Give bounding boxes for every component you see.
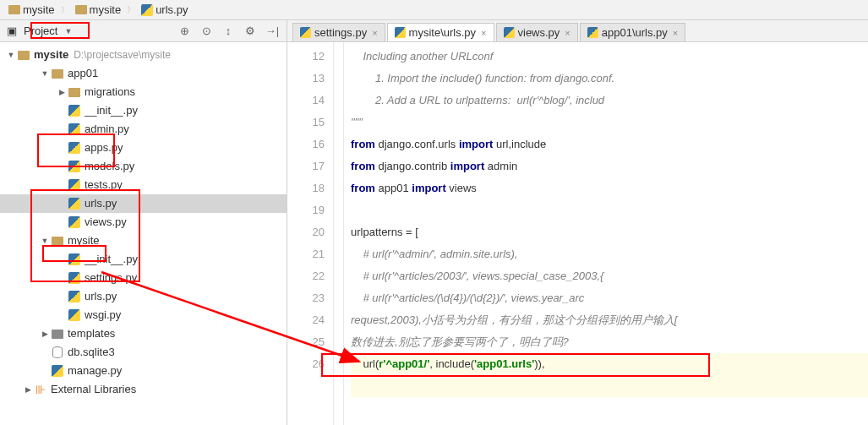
close-icon[interactable]: × <box>481 28 486 38</box>
editor-tab[interactable]: settings.py× <box>292 23 385 41</box>
tree-item-label: db.sqlite3 <box>68 343 115 362</box>
code-line[interactable]: url(r'^app01/', include('app01.urls')), <box>351 353 868 375</box>
crumb-0[interactable]: mysite <box>5 3 58 17</box>
tree-item[interactable]: admin.py <box>0 120 287 139</box>
library-icon <box>34 384 47 395</box>
tree-item-label: views.py <box>85 213 127 232</box>
collapse-icon[interactable]: ⊕ <box>177 24 192 39</box>
tree-item[interactable]: __init__.py <box>0 250 287 269</box>
tree-item[interactable]: urls.py <box>0 287 287 306</box>
chevron-down-icon[interactable]: ▼ <box>5 46 17 64</box>
editor-tab[interactable]: mysite\urls.py× <box>387 23 494 41</box>
line-number: 12 <box>287 46 325 68</box>
folder-icon <box>51 328 64 340</box>
chevron-right-icon[interactable]: ▶ <box>22 380 34 399</box>
line-number: 20 <box>287 221 325 243</box>
code-line[interactable]: 2. Add a URL to urlpatterns: url(r'^blog… <box>351 90 868 112</box>
tree-item[interactable]: ▼app01 <box>0 64 287 83</box>
tree-item[interactable]: tests.py <box>0 176 287 194</box>
tree-item-label: settings.py <box>85 269 137 287</box>
line-number: 14 <box>287 90 325 112</box>
tree-item[interactable]: db.sqlite3 <box>0 343 287 362</box>
database-icon <box>51 346 64 358</box>
tree-item[interactable]: ▶templates <box>0 324 287 343</box>
code-line[interactable]: # url(r'^articles/2003/', views.special_… <box>351 265 868 287</box>
tree-item[interactable]: ▶migrations <box>0 83 287 101</box>
breadcrumb: mysite 〉 mysite 〉 urls.py <box>0 0 868 20</box>
code-line[interactable]: from app01 import views <box>351 177 868 199</box>
tree-item-label: wsgi.py <box>85 306 121 324</box>
editor-tabs: settings.py×mysite\urls.py×views.py×app0… <box>287 20 868 42</box>
code-line[interactable]: 1. Import the include() function: from d… <box>351 68 868 90</box>
tree-item[interactable]: ▼mysite <box>0 232 287 250</box>
code-line[interactable] <box>351 199 868 221</box>
autoscroll-icon[interactable]: ↕ <box>221 24 236 39</box>
code-content[interactable]: Including another URLconf 1. Import the … <box>344 42 868 425</box>
tree-item[interactable]: wsgi.py <box>0 306 287 324</box>
project-tree[interactable]: ▼ mysite D:\projectsave\mysite ▼app01▶mi… <box>0 42 287 425</box>
tab-label: mysite\urls.py <box>409 26 476 39</box>
line-number: 13 <box>287 68 325 90</box>
editor-tab[interactable]: app01\urls.py× <box>580 23 686 41</box>
code-line[interactable]: # url(r'^articles/(\d{4})/(\d{2})/', vie… <box>351 287 868 309</box>
chevron-down-icon[interactable]: ▼ <box>64 27 72 35</box>
code-line[interactable]: from django.conf.urls import url,include <box>351 133 868 155</box>
crumb-1[interactable]: mysite <box>72 3 125 17</box>
code-line[interactable] <box>351 397 868 419</box>
code-line[interactable]: from django.contrib import admin <box>351 155 868 177</box>
editor-tab[interactable]: views.py× <box>496 23 578 41</box>
python-file-icon <box>68 142 81 154</box>
chevron-right-icon: 〉 <box>61 4 69 16</box>
target-icon[interactable]: ⊙ <box>199 24 214 39</box>
python-file-icon <box>68 216 81 228</box>
python-file-icon <box>587 27 598 38</box>
python-file-icon <box>300 27 311 38</box>
tab-label: views.py <box>518 26 560 39</box>
hide-icon[interactable]: →| <box>265 24 280 39</box>
python-file-icon <box>68 198 81 210</box>
folder-icon <box>51 235 64 247</box>
line-number: 15 <box>287 112 325 133</box>
chevron-down-icon[interactable]: ▼ <box>39 64 51 83</box>
tree-item-label: urls.py <box>85 287 117 306</box>
code-line[interactable] <box>351 375 868 397</box>
python-file-icon <box>504 27 515 38</box>
python-file-icon <box>68 309 81 321</box>
python-file-icon <box>68 253 81 265</box>
project-pane-header: ▣ Project ▼ ⊕ ⊙ ↕ ⚙ →| <box>0 20 287 42</box>
tree-item[interactable]: apps.py <box>0 139 287 157</box>
chevron-right-icon[interactable]: ▶ <box>39 324 51 343</box>
code-area[interactable]: 121314151617181920212223242526 Including… <box>287 42 868 425</box>
fold-column[interactable] <box>334 42 344 425</box>
tree-item[interactable]: urls.py <box>0 194 287 213</box>
tree-item[interactable]: models.py <box>0 157 287 176</box>
code-line[interactable]: urlpatterns = [ <box>351 221 868 243</box>
chevron-down-icon[interactable]: ▼ <box>39 232 51 250</box>
code-line[interactable]: # url(r'^admin/', admin.site.urls), <box>351 243 868 265</box>
tree-item[interactable]: ▶External Libraries <box>0 380 287 399</box>
chevron-right-icon[interactable]: ▶ <box>56 83 68 101</box>
tree-item-label: templates <box>68 324 115 343</box>
python-file-icon <box>68 105 81 117</box>
python-file-icon <box>68 179 81 191</box>
code-line[interactable]: 数传进去,别忘了形参要写两个了，明白了吗? <box>351 331 868 353</box>
line-number: 23 <box>287 287 325 309</box>
tree-item[interactable]: __init__.py <box>0 101 287 120</box>
crumb-2[interactable]: urls.py <box>138 3 191 17</box>
code-line[interactable]: request,2003),小括号为分组，有分组，那这个分组得到的用户输入[ <box>351 309 868 331</box>
code-line[interactable]: Including another URLconf <box>351 46 868 68</box>
close-icon[interactable]: × <box>673 28 678 38</box>
tree-item-label: models.py <box>85 157 134 176</box>
tree-root[interactable]: ▼ mysite D:\projectsave\mysite <box>0 46 287 64</box>
project-tool-icon[interactable]: ▣ <box>7 25 17 37</box>
gear-icon[interactable]: ⚙ <box>243 24 258 39</box>
code-line[interactable]: """ <box>351 112 868 133</box>
tree-item-label: External Libraries <box>51 380 136 399</box>
close-icon[interactable]: × <box>372 28 377 38</box>
tree-item[interactable]: manage.py <box>0 362 287 380</box>
lightbulb-icon[interactable] <box>344 353 346 365</box>
tree-item[interactable]: settings.py <box>0 269 287 287</box>
line-number: 24 <box>287 309 325 331</box>
close-icon[interactable]: × <box>565 28 570 38</box>
tree-item[interactable]: views.py <box>0 213 287 232</box>
